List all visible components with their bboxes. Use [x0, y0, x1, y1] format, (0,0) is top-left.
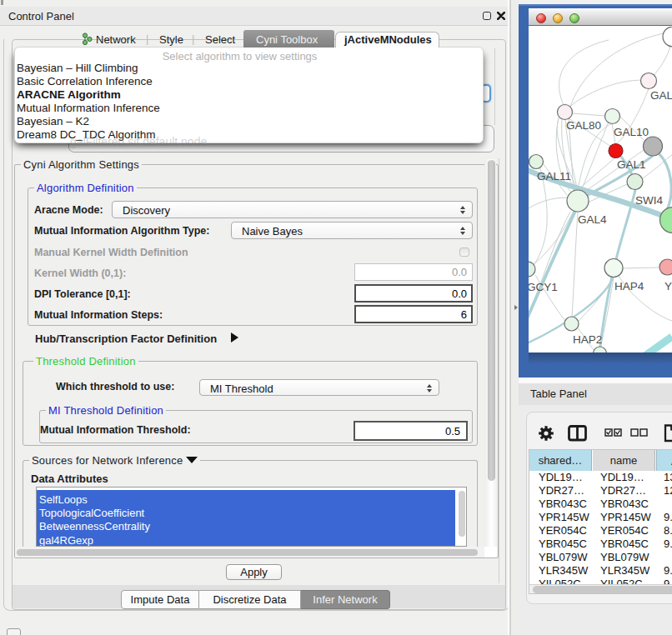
- svg-text:HAP4: HAP4: [614, 280, 644, 292]
- svg-text:GAL1: GAL1: [617, 158, 646, 171]
- svg-text:SWI4: SWI4: [635, 194, 663, 207]
- svg-text:GAL11: GAL11: [537, 170, 571, 182]
- svg-text:GCY1: GCY1: [529, 281, 558, 293]
- svg-text:HAP2: HAP2: [573, 333, 602, 346]
- svg-text:Y: Y: [664, 280, 672, 292]
- svg-text:GAL10: GAL10: [614, 126, 649, 138]
- svg-text:GAL4: GAL4: [578, 213, 607, 226]
- svg-text:GAL2: GAL2: [650, 89, 672, 102]
- svg-text:GAL80: GAL80: [566, 119, 601, 132]
